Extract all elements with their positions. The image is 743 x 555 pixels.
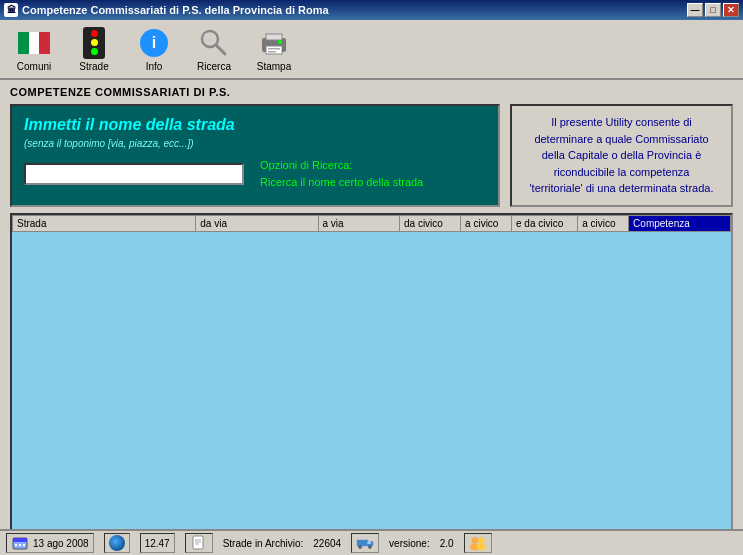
window-controls[interactable]: — □ ✕ xyxy=(687,3,739,17)
calendar-icon xyxy=(11,536,29,550)
comuni-icon xyxy=(18,27,50,59)
svg-rect-24 xyxy=(368,541,371,543)
strade-label: Strade in Archivio: xyxy=(223,538,304,549)
title-bar-text: 🏛 Competenze Commissariati di P.S. della… xyxy=(4,3,329,17)
time-segment: 12.47 xyxy=(140,533,175,553)
search-options-label: Opzioni di Ricerca: xyxy=(260,159,352,171)
input-row: Opzioni di Ricerca: Ricerca il nome cert… xyxy=(24,157,486,190)
info-text-line4: riconducibile la competenza xyxy=(554,166,690,178)
status-bar: 13 ago 2008 12.47 Strade in Archivio: 22… xyxy=(0,529,743,555)
svg-point-27 xyxy=(478,537,485,544)
ricerca-label: Ricerca xyxy=(197,61,231,72)
users-segment xyxy=(464,533,492,553)
ricerca-icon xyxy=(198,27,230,59)
top-panel: Immetti il nome della strada (senza il t… xyxy=(10,104,733,207)
document-icon xyxy=(190,536,208,550)
info-button[interactable]: i Info xyxy=(128,23,180,75)
svg-point-8 xyxy=(278,40,282,44)
search-options-value: Ricerca il nome certo della strada xyxy=(260,176,423,188)
network-segment xyxy=(104,533,130,553)
close-button[interactable]: ✕ xyxy=(723,3,739,17)
main-content: COMPETENZE COMMISSARIATI DI P.S. Immetti… xyxy=(0,80,743,529)
ricerca-button[interactable]: Ricerca xyxy=(188,23,240,75)
truck-segment xyxy=(351,533,379,553)
info-label: Info xyxy=(146,61,163,72)
strade-count: 22604 xyxy=(313,538,341,549)
doc-segment xyxy=(185,533,213,553)
svg-rect-5 xyxy=(266,46,282,54)
strade-button[interactable]: Strade xyxy=(68,23,120,75)
svg-point-2 xyxy=(204,33,212,41)
info-text-line5: 'territoriale' di una determinata strada… xyxy=(530,182,714,194)
title-bar: 🏛 Competenze Commissariati di P.S. della… xyxy=(0,0,743,20)
input-subtitle: (senza il toponimo [via, piazza, ecc...]… xyxy=(24,138,486,149)
info-icon: i xyxy=(138,27,170,59)
window-title: Competenze Commissariati di P.S. della P… xyxy=(22,4,329,16)
input-panel: Immetti il nome della strada (senza il t… xyxy=(10,104,500,207)
versione-value: 2.0 xyxy=(440,538,454,549)
col-a-civico: a civico xyxy=(461,215,512,231)
time-value: 12.47 xyxy=(145,538,170,549)
stampa-icon xyxy=(258,27,290,59)
table-header-row: Strada da via a via da civico a civico e… xyxy=(13,215,731,231)
svg-rect-12 xyxy=(19,544,21,546)
info-text-line2: determinare a quale Commissariato xyxy=(534,133,708,145)
maximize-button[interactable]: □ xyxy=(705,3,721,17)
svg-point-21 xyxy=(359,546,361,548)
svg-point-28 xyxy=(476,544,486,551)
input-title: Immetti il nome della strada xyxy=(24,116,486,134)
users-icon xyxy=(469,536,487,550)
col-a-via: a via xyxy=(318,215,399,231)
globe-icon xyxy=(109,535,125,551)
svg-rect-10 xyxy=(13,538,27,542)
svg-rect-7 xyxy=(268,51,276,53)
stampa-label: Stampa xyxy=(257,61,291,72)
search-options: Opzioni di Ricerca: Ricerca il nome cert… xyxy=(260,157,423,190)
info-panel: Il presente Utility consente di determin… xyxy=(510,104,733,207)
data-table-container[interactable]: Strada da via a via da civico a civico e… xyxy=(10,213,733,540)
info-text-line1: Il presente Utility consente di xyxy=(551,116,692,128)
svg-point-23 xyxy=(369,546,371,548)
svg-line-1 xyxy=(216,45,225,54)
date-value: 13 ago 2008 xyxy=(33,538,89,549)
section-title: COMPETENZE COMMISSARIATI DI P.S. xyxy=(10,86,733,98)
svg-rect-11 xyxy=(15,544,17,546)
col-da-civico: da civico xyxy=(399,215,460,231)
col-e-da-civico: e da civico xyxy=(512,215,578,231)
svg-rect-13 xyxy=(23,544,25,546)
svg-point-25 xyxy=(471,537,478,544)
data-table: Strada da via a via da civico a civico e… xyxy=(12,215,731,232)
date-segment: 13 ago 2008 xyxy=(6,533,94,553)
stampa-button[interactable]: Stampa xyxy=(248,23,300,75)
street-input[interactable] xyxy=(24,163,244,185)
col-a-civico2: a civico xyxy=(578,215,629,231)
comuni-label: Comuni xyxy=(17,61,51,72)
svg-rect-6 xyxy=(268,48,280,50)
toolbar: Comuni Strade i Info Ricerca xyxy=(0,20,743,80)
svg-rect-4 xyxy=(266,34,282,40)
truck-icon xyxy=(356,536,374,550)
info-text-line3: della Capitale o della Provincia è xyxy=(542,149,702,161)
col-strada: Strada xyxy=(13,215,196,231)
col-da-via: da via xyxy=(196,215,318,231)
col-competenza: Competenza xyxy=(629,215,731,231)
strade-icon xyxy=(78,27,110,59)
app-icon: 🏛 xyxy=(4,3,18,17)
strade-label: Strade xyxy=(79,61,108,72)
comuni-button[interactable]: Comuni xyxy=(8,23,60,75)
versione-label: versione: xyxy=(389,538,430,549)
svg-rect-18 xyxy=(357,540,368,547)
minimize-button[interactable]: — xyxy=(687,3,703,17)
